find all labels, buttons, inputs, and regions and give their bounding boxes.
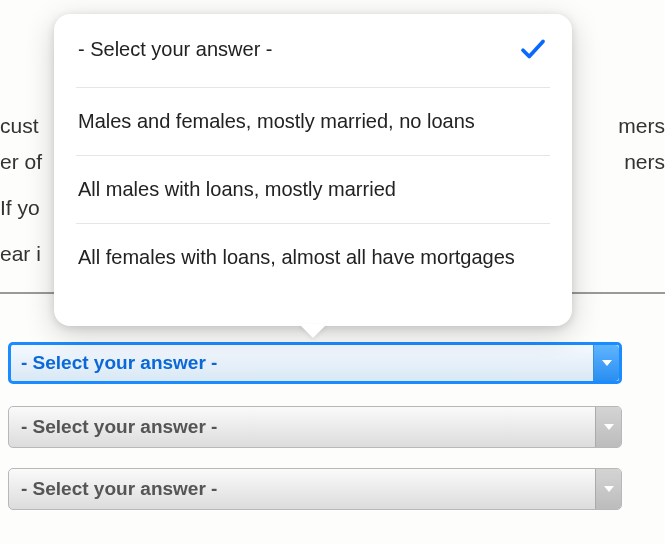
bg-text-fragment: cust bbox=[0, 114, 39, 138]
option-all-females-loans-mortgages[interactable]: All females with loans, almost all have … bbox=[76, 223, 550, 291]
answer-dropdown-1[interactable]: - Select your answer - bbox=[8, 342, 622, 384]
dropdown-label: - Select your answer - bbox=[21, 478, 217, 500]
option-label: All males with loans, mostly married bbox=[78, 178, 396, 200]
chevron-down-icon bbox=[595, 407, 621, 447]
dropdown-label: - Select your answer - bbox=[21, 352, 217, 374]
chevron-down-icon bbox=[593, 345, 619, 381]
dropdown-label: - Select your answer - bbox=[21, 416, 217, 438]
bg-text-fragment: mers bbox=[618, 114, 665, 138]
bg-text-fragment: If yo bbox=[0, 196, 40, 220]
option-label: All females with loans, almost all have … bbox=[78, 246, 515, 268]
divider bbox=[0, 292, 58, 294]
bg-text-fragment: ear i bbox=[0, 242, 41, 266]
bg-text-fragment: ners bbox=[624, 150, 665, 174]
answer-dropdown-2[interactable]: - Select your answer - bbox=[8, 406, 622, 448]
answer-dropdown-3[interactable]: - Select your answer - bbox=[8, 468, 622, 510]
divider bbox=[572, 292, 665, 294]
option-males-females-married-no-loans[interactable]: Males and females, mostly married, no lo… bbox=[76, 87, 550, 155]
checkmark-icon bbox=[518, 34, 548, 64]
option-label: Males and females, mostly married, no lo… bbox=[78, 110, 475, 132]
chevron-down-icon bbox=[595, 469, 621, 509]
options-popover: - Select your answer - Males and females… bbox=[54, 14, 572, 326]
option-all-males-loans-married[interactable]: All males with loans, mostly married bbox=[76, 155, 550, 223]
option-placeholder[interactable]: - Select your answer - bbox=[54, 14, 572, 87]
option-label: - Select your answer - bbox=[78, 38, 273, 60]
bg-text-fragment: er of bbox=[0, 150, 42, 174]
